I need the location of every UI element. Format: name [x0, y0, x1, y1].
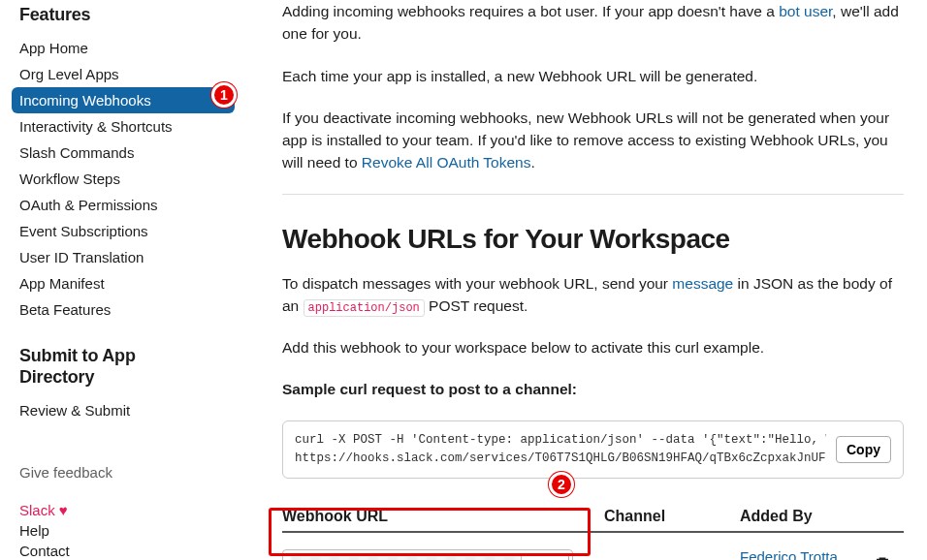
nav-org-level-apps[interactable]: Org Level Apps: [12, 61, 235, 87]
intro-p1: Adding incoming webhooks requires a bot …: [282, 0, 904, 46]
nav-oauth-permissions[interactable]: OAuth & Permissions: [12, 192, 235, 218]
section-desc: To dispatch messages with your webhook U…: [282, 272, 904, 318]
contact-link[interactable]: Contact: [19, 541, 252, 560]
activate-text: Add this webhook to your workspace below…: [282, 336, 904, 358]
cell-url: Copy: [282, 549, 604, 560]
intro-p3-post: .: [530, 154, 534, 171]
cell-delete: [875, 555, 904, 560]
table-row: Copy #testmessages Federico Trotta Apr 3…: [282, 548, 904, 560]
content-type-code: application/json: [304, 299, 425, 317]
table-header: Webhook URL Channel Added By: [282, 508, 904, 533]
copy-curl-button[interactable]: Copy: [836, 436, 891, 463]
revoke-tokens-link[interactable]: Revoke All OAuth Tokens: [362, 154, 531, 171]
sidebar-footer: Give feedback Slack ♥ Help Contact: [19, 462, 252, 560]
desc-post2: POST request.: [425, 297, 528, 314]
submit-heading-line1: Submit to App: [19, 346, 136, 365]
th-webhook-url: Webhook URL: [282, 508, 604, 525]
curl-code: curl -X POST -H 'Content-type: applicati…: [295, 431, 826, 469]
th-added-by: Added By: [740, 508, 875, 525]
sample-label: Sample curl request to post to a channel…: [282, 378, 904, 400]
bot-user-link[interactable]: bot user: [779, 3, 832, 19]
nav-app-manifest[interactable]: App Manifest: [12, 270, 235, 296]
nav-incoming-webhooks[interactable]: Incoming Webhooks: [12, 87, 235, 113]
nav-app-home[interactable]: App Home: [12, 35, 235, 61]
submit-heading: Submit to App Directory: [19, 346, 252, 388]
nav-user-id-translation[interactable]: User ID Translation: [12, 244, 235, 270]
heart-icon: ♥: [59, 502, 68, 518]
intro-p3: If you deactivate incoming webhooks, new…: [282, 107, 904, 174]
nav-interactivity-shortcuts[interactable]: Interactivity & Shortcuts: [12, 113, 235, 140]
webhook-url-field[interactable]: Copy: [282, 549, 573, 560]
slack-brand-link[interactable]: Slack ♥: [19, 500, 252, 520]
sidebar: Features App Home Org Level Apps Incomin…: [0, 0, 253, 560]
help-link[interactable]: Help: [19, 520, 252, 541]
features-nav: App Home Org Level Apps Incoming Webhook…: [19, 35, 252, 323]
copy-webhook-button[interactable]: Copy: [521, 553, 570, 560]
section-divider: [282, 194, 904, 195]
nav-slash-commands[interactable]: Slash Commands: [12, 140, 235, 166]
th-channel: Channel: [604, 508, 740, 525]
slack-brand-text: Slack: [19, 502, 55, 518]
nav-beta-features[interactable]: Beta Features: [12, 296, 235, 323]
give-feedback-link[interactable]: Give feedback: [19, 462, 252, 482]
cell-added-by: Federico Trotta Apr 3, 2024: [740, 548, 875, 560]
submit-heading-line2: Directory: [19, 367, 94, 387]
nav-review-submit[interactable]: Review & Submit: [12, 397, 235, 423]
desc-pre: To dispatch messages with your webhook U…: [282, 275, 672, 292]
annotation-marker-1: 1: [211, 82, 237, 108]
section-heading: Webhook URLs for Your Workspace: [282, 224, 904, 255]
features-heading: Features: [19, 5, 252, 25]
nav-workflow-steps[interactable]: Workflow Steps: [12, 166, 235, 192]
intro-p1-pre: Adding incoming webhooks requires a bot …: [282, 3, 779, 19]
annotation-marker-2: 2: [549, 472, 574, 497]
curl-code-box: curl -X POST -H 'Content-type: applicati…: [282, 420, 904, 480]
message-link[interactable]: message: [672, 275, 733, 292]
webhook-url-redacted: [291, 556, 521, 560]
nav-event-subscriptions[interactable]: Event Subscriptions: [12, 218, 235, 244]
intro-p2: Each time your app is installed, a new W…: [282, 65, 904, 87]
main-content: Adding incoming webhooks requires a bot …: [253, 0, 927, 560]
added-by-name-link[interactable]: Federico Trotta: [740, 548, 875, 560]
th-actions: [875, 508, 904, 525]
